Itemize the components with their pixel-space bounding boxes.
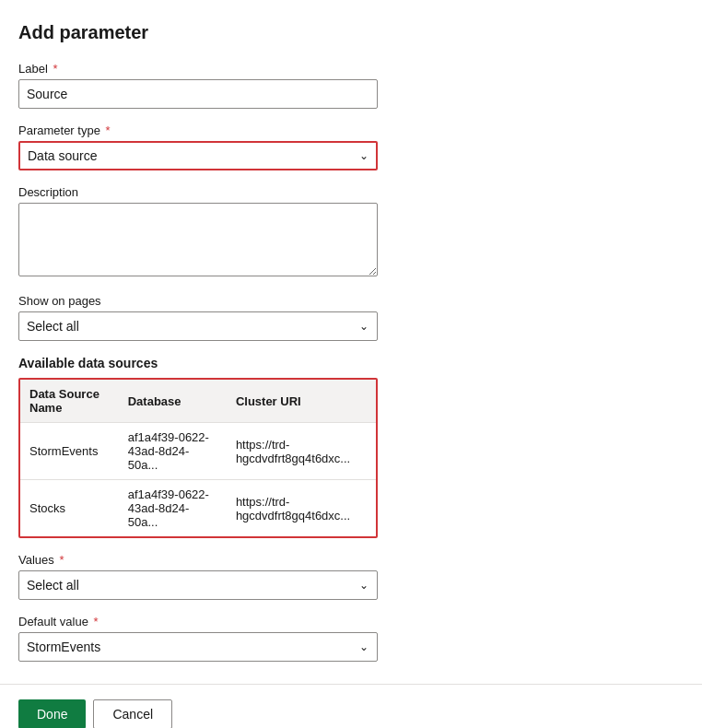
available-data-sources-title: Available data sources (18, 356, 682, 370)
values-wrapper: Select all ⌄ (18, 570, 378, 600)
show-on-pages-select[interactable]: Select all (18, 311, 378, 341)
label-field-group: Label * (18, 62, 682, 109)
values-label: Values * (18, 553, 682, 567)
row-1-name: Stocks (20, 480, 119, 537)
default-value-select[interactable]: StormEvents Stocks (18, 632, 378, 662)
table-header: Data Source Name Database Cluster URI (20, 380, 376, 423)
default-value-field-group: Default value * StormEvents Stocks ⌄ (18, 615, 682, 662)
row-1-database: af1a4f39-0622-43ad-8d24-50a... (119, 480, 227, 537)
parameter-type-wrapper: Data source Text Number Boolean ⌄ (18, 141, 378, 170)
description-textarea[interactable] (18, 203, 378, 276)
table-row[interactable]: StormEvents af1a4f39-0622-43ad-8d24-50a.… (20, 423, 376, 480)
available-data-sources-section: Available data sources Data Source Name … (18, 356, 682, 538)
values-field-group: Values * Select all ⌄ (18, 553, 682, 600)
col-header-name: Data Source Name (20, 380, 119, 423)
table-row[interactable]: Stocks af1a4f39-0622-43ad-8d24-50a... ht… (20, 480, 376, 537)
row-1-cluster-uri: https://trd-hgcdvdfrt8gq4t6dxc... (227, 480, 376, 537)
done-button[interactable]: Done (18, 699, 86, 728)
page-title: Add parameter (18, 22, 682, 43)
row-0-database: af1a4f39-0622-43ad-8d24-50a... (119, 423, 227, 480)
show-on-pages-wrapper: Select all ⌄ (18, 311, 378, 341)
parameter-type-label: Parameter type * (18, 123, 682, 137)
data-sources-table: Data Source Name Database Cluster URI St… (20, 380, 376, 536)
values-select[interactable]: Select all (18, 570, 378, 600)
values-required-marker: * (56, 553, 64, 567)
default-value-label: Default value * (18, 615, 682, 628)
description-field-group: Description (18, 185, 682, 279)
parameter-type-required-marker: * (102, 123, 111, 137)
show-on-pages-label: Show on pages (18, 294, 682, 308)
cancel-button[interactable]: Cancel (93, 699, 172, 728)
add-parameter-panel: Add parameter Label * Parameter type * D… (0, 0, 700, 662)
footer-actions: Done Cancel (0, 685, 702, 728)
default-value-wrapper: StormEvents Stocks ⌄ (18, 632, 378, 662)
data-sources-table-container: Data Source Name Database Cluster URI St… (18, 378, 378, 538)
parameter-type-select[interactable]: Data source Text Number Boolean (18, 141, 378, 170)
label-input[interactable] (18, 79, 378, 109)
row-0-cluster-uri: https://trd-hgcdvdfrt8gq4t6dxc... (227, 423, 376, 480)
label-field-label: Label * (18, 62, 682, 76)
table-body: StormEvents af1a4f39-0622-43ad-8d24-50a.… (20, 423, 376, 537)
label-required-marker: * (50, 62, 58, 76)
row-0-name: StormEvents (20, 423, 119, 480)
show-on-pages-field-group: Show on pages Select all ⌄ (18, 294, 682, 341)
default-value-required-marker: * (90, 615, 99, 628)
description-label: Description (18, 185, 682, 199)
col-header-cluster-uri: Cluster URI (227, 380, 376, 423)
parameter-type-field-group: Parameter type * Data source Text Number… (18, 123, 682, 170)
table-header-row: Data Source Name Database Cluster URI (20, 380, 376, 423)
col-header-database: Database (119, 380, 227, 423)
